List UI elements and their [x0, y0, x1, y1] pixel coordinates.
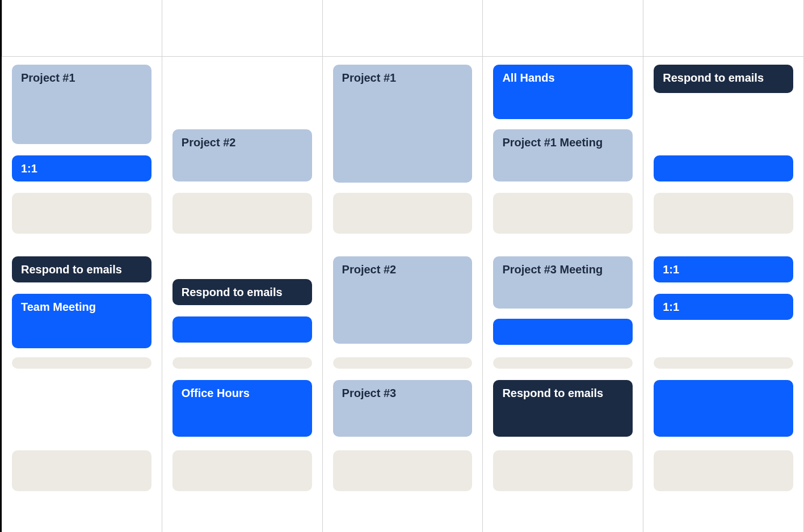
- calendar-event[interactable]: Office Hours: [172, 380, 312, 437]
- day-column: Project #2Respond to emailsOffice Hours: [162, 0, 323, 532]
- calendar-event[interactable]: [654, 357, 793, 369]
- calendar-event[interactable]: Project #2: [172, 129, 312, 181]
- calendar-event[interactable]: 1:1: [654, 294, 793, 320]
- day-column: Project #1Project #2Project #3: [323, 0, 483, 532]
- calendar-event[interactable]: 1:1: [654, 256, 793, 282]
- day-body: Respond to emails1:11:1: [643, 57, 803, 532]
- calendar-event[interactable]: [172, 450, 312, 491]
- calendar-event[interactable]: [493, 193, 633, 234]
- calendar-event[interactable]: All Hands: [493, 65, 633, 119]
- calendar-event[interactable]: 1:1: [12, 155, 151, 181]
- calendar-event[interactable]: Project #1: [12, 65, 151, 144]
- calendar-event[interactable]: Project #1: [333, 65, 473, 183]
- day-header: [643, 0, 803, 57]
- day-header: [2, 0, 162, 57]
- day-header: [483, 0, 643, 57]
- calendar-event[interactable]: [12, 357, 151, 369]
- calendar-event[interactable]: [654, 380, 793, 437]
- calendar-event[interactable]: [172, 193, 312, 234]
- day-header: [162, 0, 322, 57]
- calendar-event[interactable]: Project #3: [333, 380, 473, 437]
- calendar-event[interactable]: [654, 193, 793, 234]
- calendar-event[interactable]: [172, 357, 312, 369]
- calendar-event[interactable]: Respond to emails: [493, 380, 633, 437]
- calendar-event[interactable]: Respond to emails: [12, 256, 151, 282]
- day-column: All HandsProject #1 MeetingProject #3 Me…: [483, 0, 643, 532]
- calendar-event[interactable]: Project #3 Meeting: [493, 256, 633, 309]
- calendar-event[interactable]: Respond to emails: [654, 65, 793, 93]
- day-header: [323, 0, 483, 57]
- calendar-event[interactable]: [12, 193, 151, 234]
- day-body: All HandsProject #1 MeetingProject #3 Me…: [483, 57, 643, 532]
- calendar-event[interactable]: Project #1 Meeting: [493, 129, 633, 181]
- day-column: Project #11:1Respond to emailsTeam Meeti…: [2, 0, 162, 532]
- calendar-event[interactable]: [172, 316, 312, 343]
- calendar-event[interactable]: [12, 450, 151, 491]
- day-body: Project #11:1Respond to emailsTeam Meeti…: [2, 57, 162, 532]
- calendar-event[interactable]: [493, 319, 633, 345]
- calendar-event[interactable]: [333, 357, 473, 369]
- calendar-event[interactable]: [654, 155, 793, 181]
- calendar-event[interactable]: Respond to emails: [172, 279, 312, 305]
- calendar-event[interactable]: Project #2: [333, 256, 473, 344]
- calendar-event[interactable]: [333, 450, 473, 491]
- day-body: Project #1Project #2Project #3: [323, 57, 483, 532]
- calendar-event[interactable]: [493, 357, 633, 369]
- day-column: Respond to emails1:11:1: [643, 0, 804, 532]
- calendar-week-grid: Project #11:1Respond to emailsTeam Meeti…: [0, 0, 804, 532]
- calendar-event[interactable]: [654, 450, 793, 491]
- day-body: Project #2Respond to emailsOffice Hours: [162, 57, 322, 532]
- calendar-event[interactable]: [333, 193, 473, 234]
- calendar-event[interactable]: Team Meeting: [12, 294, 151, 348]
- calendar-event[interactable]: [493, 450, 633, 491]
